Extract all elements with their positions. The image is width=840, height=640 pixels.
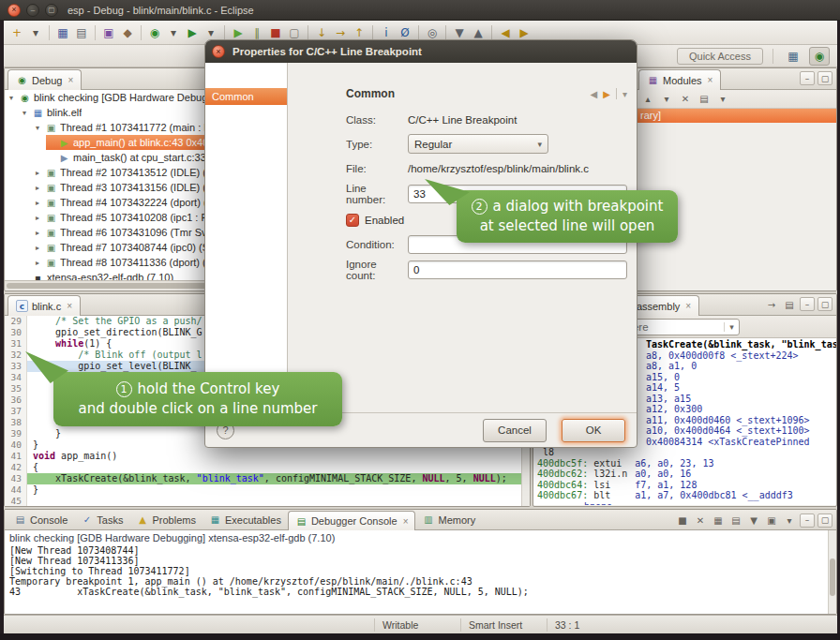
window-minimize-button[interactable] [26,4,39,17]
console-header: blink checking [GDB Hardware Debugging] … [9,532,832,543]
ok-button[interactable]: OK [562,419,625,442]
expander-icon[interactable]: ▸ [33,259,42,267]
sidebar-item-common[interactable]: Common [205,88,287,105]
terminate-icon[interactable]: ■ [675,513,690,528]
minimize-view-button[interactable] [800,71,815,85]
close-icon[interactable] [68,75,73,85]
code-text: { [27,462,530,473]
sync-pc-icon[interactable]: → [764,297,779,312]
tab-modules[interactable]: Modules [638,69,721,90]
line-number[interactable]: 34 [5,372,27,383]
line-number[interactable]: 42 [5,462,27,473]
view-menu-icon[interactable]: ▾ [622,89,627,99]
expander-icon[interactable]: ▸ [33,184,42,192]
close-icon[interactable] [708,75,713,85]
line-number[interactable]: 36 [5,394,27,406]
ignore-count-input[interactable] [408,260,627,279]
run-icon[interactable]: ▶ [183,23,202,42]
debug-perspective-button[interactable]: ◉ [809,47,830,66]
line-number[interactable]: 37 [5,406,27,417]
line-number[interactable]: 41 [5,451,27,462]
tab-executables[interactable]: Executables [202,510,288,529]
chevron-down-icon[interactable] [724,322,739,332]
close-icon[interactable] [685,301,691,311]
expander-icon[interactable]: ▸ [33,229,42,237]
tab-blink-c[interactable]: blink.c [8,295,81,316]
scrollbar-thumb[interactable] [830,558,835,596]
line-number[interactable]: 35 [5,383,27,394]
minimize-view-button[interactable] [800,513,815,528]
minimize-view-button[interactable] [800,297,815,311]
line-number[interactable]: 38 [5,417,27,428]
line-number[interactable]: 45 [5,496,27,506]
scrollbar-thumb[interactable] [7,283,227,289]
vertical-scrollbar[interactable] [828,530,836,614]
scroll-lock-icon[interactable]: ▼ [746,513,761,528]
dialog-titlebar[interactable]: Properties for C/C++ Line Breakpoint [205,40,637,63]
console-output[interactable]: blink checking [GDB Hardware Debugging] … [5,530,836,614]
expander-icon[interactable]: ▸ [33,199,42,207]
expander-icon[interactable]: ▸ [33,169,42,177]
line-number[interactable]: 29 [5,316,27,327]
show-source-icon[interactable]: ▤ [782,297,797,312]
enabled-checkbox[interactable]: ✓ [346,214,359,227]
print-icon[interactable]: ▤ [72,23,91,42]
clear-console-icon[interactable]: ▤ [728,513,743,528]
remove-launch-icon[interactable]: ✕ [693,513,708,528]
line-number[interactable]: 30 [5,327,27,338]
maximize-view-button[interactable] [818,71,832,85]
code-line[interactable]: 44} [5,484,530,496]
line-number[interactable]: 33 [5,361,27,372]
expand-all-icon[interactable]: ▾ [659,92,674,107]
collapse-all-icon[interactable]: ▴ [640,92,655,107]
cancel-button[interactable]: Cancel [483,419,547,442]
window-close-button[interactable] [8,4,21,17]
workbench-perspective-icon[interactable]: ▦ [783,47,803,66]
line-number[interactable]: 40 [5,439,27,451]
quick-access-button[interactable]: Quick Access [677,48,763,65]
type-dropdown[interactable]: Regular [408,134,548,154]
tab-problems[interactable]: Problems [129,510,202,529]
line-number[interactable]: 43 [5,473,27,484]
line-number[interactable]: 32 [5,350,27,361]
properties-icon[interactable]: ▤ [697,92,712,107]
maximize-view-button[interactable] [818,513,832,528]
close-icon[interactable] [403,516,409,527]
view-menu-icon[interactable]: ▾ [715,92,730,107]
dialog-close-button[interactable] [212,45,225,58]
code-line[interactable]: 41void app_main() [5,451,530,462]
tab-debugger-console[interactable]: Debugger Console [288,511,416,530]
code-line[interactable]: 45 [5,496,530,506]
line-number[interactable]: 31 [5,338,27,350]
expander-icon[interactable]: ▸ [33,214,42,222]
debug-icon[interactable]: ◉ [145,23,164,42]
tab-debug[interactable]: Debug [8,69,82,90]
indent [5,135,46,150]
close-icon[interactable] [67,301,72,311]
new-menu-icon[interactable]: ▾ [26,23,45,42]
forward-icon[interactable]: ▶ [603,89,610,99]
back-icon[interactable]: ◀ [591,89,598,99]
maximize-view-button[interactable] [818,297,832,311]
line-number[interactable]: 44 [5,484,27,496]
remove-all-launches-icon[interactable]: ▦ [711,513,726,528]
save-icon[interactable]: ▦ [53,23,72,42]
expander-icon[interactable]: ▸ [33,244,42,252]
debug-menu-icon[interactable]: ▾ [164,23,183,42]
build-icon[interactable]: ◆ [118,23,137,42]
new-icon[interactable]: + [8,23,26,42]
pin-console-icon[interactable]: ▣ [764,513,779,528]
tab-memory[interactable]: Memory [415,510,482,529]
tab-console[interactable]: Console [8,510,74,529]
expander-icon[interactable]: ▾ [20,109,29,117]
new-project-icon[interactable]: ▣ [99,23,118,42]
console-menu-icon[interactable]: ▾ [782,513,797,528]
code-line-current-debug[interactable]: 43 xTaskCreate(&blink_task, "blink_task"… [5,473,530,484]
code-line[interactable]: 42{ [5,462,530,473]
line-number[interactable]: 39 [5,428,27,439]
remove-icon[interactable]: ✕ [678,92,693,107]
expander-icon[interactable]: ▾ [7,94,16,102]
window-maximize-button[interactable] [45,4,58,17]
expander-icon[interactable]: ▾ [33,124,42,132]
tab-tasks[interactable]: Tasks [74,510,129,529]
